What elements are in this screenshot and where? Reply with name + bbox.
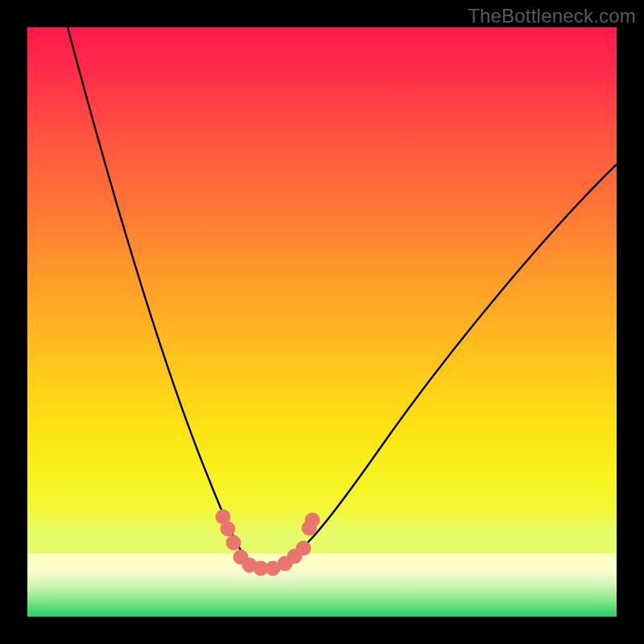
highlight-dots — [216, 510, 320, 576]
curve-path — [68, 27, 617, 568]
svg-point-9 — [296, 541, 311, 555]
svg-point-11 — [305, 513, 320, 527]
svg-point-2 — [226, 535, 241, 550]
chart-frame: TheBottleneck.com — [0, 0, 644, 644]
svg-point-1 — [221, 522, 235, 536]
plot-area — [27, 27, 617, 617]
bottleneck-curve — [27, 27, 617, 617]
watermark-text: TheBottleneck.com — [468, 5, 636, 27]
